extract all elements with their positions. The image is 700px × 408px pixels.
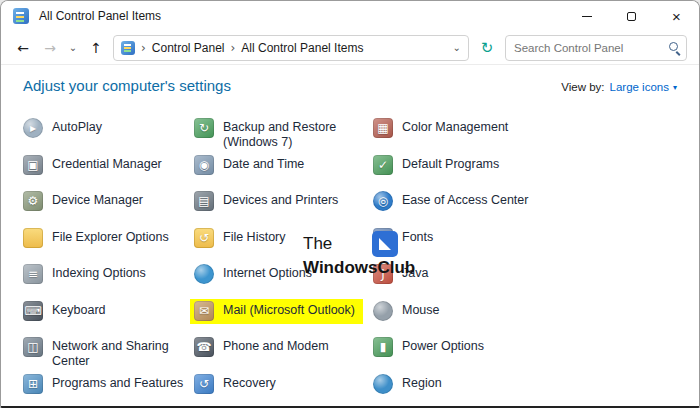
java-icon: J	[373, 264, 393, 284]
mouse-icon	[373, 301, 393, 321]
item-file-explorer-options[interactable]: File Explorer Options	[19, 226, 177, 251]
breadcrumb-control-panel[interactable]: Control Panel	[152, 41, 225, 55]
item-fonts[interactable]: AFonts	[369, 226, 441, 251]
up-button[interactable]: ↑	[86, 40, 106, 56]
date-time-icon: ◉	[194, 155, 214, 175]
item-default-programs[interactable]: ✓Default Programs	[369, 153, 507, 178]
item-label: AutoPlay	[52, 118, 102, 135]
item-recovery[interactable]: ↺Recovery	[190, 372, 284, 397]
region-icon	[373, 374, 393, 394]
item-label: Phone and Modem	[223, 337, 329, 354]
search-box	[505, 35, 687, 61]
item-label: Programs and Features	[52, 374, 183, 391]
item-java[interactable]: JJava	[369, 262, 436, 287]
item-label: Power Options	[402, 337, 484, 354]
internet-options-icon	[194, 264, 214, 284]
header-row: Adjust your computer's settings View by:…	[23, 77, 677, 94]
item-file-history[interactable]: ↺File History	[190, 226, 294, 251]
item-internet-options[interactable]: Internet Options	[190, 262, 320, 287]
minimize-icon	[582, 16, 592, 17]
indexing-options-icon: ≡	[23, 264, 43, 284]
minimize-button[interactable]	[564, 1, 609, 31]
view-by-value: Large icons	[610, 81, 669, 93]
item-color-management[interactable]: ▦Color Management	[369, 116, 516, 141]
autoplay-icon: ▸	[23, 118, 43, 138]
color-management-icon: ▦	[373, 118, 393, 138]
item-label: Recovery	[223, 374, 276, 391]
search-icon	[668, 41, 682, 55]
close-button[interactable]: ×	[654, 1, 699, 31]
power-options-icon: ▮	[373, 337, 393, 357]
item-label: Ease of Access Center	[402, 191, 528, 208]
item-mouse[interactable]: Mouse	[369, 299, 448, 324]
item-label: Region	[402, 374, 442, 391]
item-label: Internet Options	[223, 264, 312, 281]
view-by-label: View by:	[561, 81, 604, 93]
back-button[interactable]: ←	[13, 40, 33, 56]
item-date-and-time[interactable]: ◉Date and Time	[190, 153, 312, 178]
phone-modem-icon: ☎	[194, 337, 214, 357]
programs-features-icon: ⊞	[23, 374, 43, 394]
item-backup-and-restore-windows-7[interactable]: ↻Backup and Restore (Windows 7)	[190, 116, 373, 153]
view-by-dropdown[interactable]: Large icons ▾	[610, 81, 677, 93]
item-label: Backup and Restore (Windows 7)	[223, 118, 365, 150]
breadcrumb-separator-icon: ›	[141, 41, 146, 55]
address-dropdown-icon[interactable]: ⌄	[453, 42, 461, 53]
item-device-manager[interactable]: ⚙Device Manager	[19, 189, 151, 214]
control-panel-icon	[13, 8, 29, 24]
item-power-options[interactable]: ▮Power Options	[369, 335, 492, 360]
maximize-button[interactable]	[609, 1, 654, 31]
item-autoplay[interactable]: ▸AutoPlay	[19, 116, 110, 141]
item-label: File History	[223, 228, 286, 245]
item-indexing-options[interactable]: ≡Indexing Options	[19, 262, 154, 287]
recovery-icon: ↺	[194, 374, 214, 394]
item-label: Keyboard	[52, 301, 106, 318]
history-chevron-icon[interactable]: ⌄	[67, 42, 79, 53]
fonts-icon: A	[373, 228, 393, 248]
search-input[interactable]	[514, 42, 668, 54]
breadcrumb-all-control-panel-items[interactable]: All Control Panel Items	[241, 41, 363, 55]
file-explorer-options-icon	[23, 228, 43, 248]
item-label: Date and Time	[223, 155, 304, 172]
keyboard-icon: ⌨	[23, 301, 43, 321]
item-ease-of-access-center[interactable]: ◎Ease of Access Center	[369, 189, 536, 214]
item-label: Network and Sharing Center	[52, 337, 186, 369]
window-controls: ×	[564, 1, 699, 31]
credential-manager-icon: ▣	[23, 155, 43, 175]
address-bar[interactable]: › Control Panel › All Control Panel Item…	[113, 35, 469, 61]
item-label: Devices and Printers	[223, 191, 338, 208]
default-programs-icon: ✓	[373, 155, 393, 175]
item-network-and-sharing-center[interactable]: ◫Network and Sharing Center	[19, 335, 194, 372]
device-manager-icon: ⚙	[23, 191, 43, 211]
view-by: View by: Large icons ▾	[561, 81, 677, 93]
ease-of-access-icon: ◎	[373, 191, 393, 211]
devices-printers-icon: ▤	[194, 191, 214, 211]
maximize-icon	[627, 12, 636, 21]
item-label: Mouse	[402, 301, 440, 318]
page-title: Adjust your computer's settings	[23, 77, 231, 94]
navigation-bar: ← → ⌄ ↑ › Control Panel › All Control Pa…	[1, 31, 699, 65]
item-credential-manager[interactable]: ▣Credential Manager	[19, 153, 170, 178]
item-keyboard[interactable]: ⌨Keyboard	[19, 299, 114, 324]
item-phone-and-modem[interactable]: ☎Phone and Modem	[190, 335, 337, 360]
network-sharing-icon: ◫	[23, 337, 43, 357]
mail-icon: ✉	[194, 301, 214, 321]
control-panel-icon	[121, 41, 135, 55]
backup-restore-icon: ↻	[194, 118, 214, 138]
refresh-button[interactable]: ↻	[476, 39, 498, 57]
breadcrumb-separator-icon: ›	[231, 41, 236, 55]
content-area: Adjust your computer's settings View by:…	[1, 65, 699, 407]
item-mail-microsoft-outlook[interactable]: ✉Mail (Microsoft Outlook)	[190, 299, 363, 324]
item-label: Indexing Options	[52, 264, 146, 281]
item-label: File Explorer Options	[52, 228, 169, 245]
item-label: Credential Manager	[52, 155, 162, 172]
titlebar: All Control Panel Items ×	[1, 1, 699, 31]
item-region[interactable]: Region	[369, 372, 450, 397]
item-programs-and-features[interactable]: ⊞Programs and Features	[19, 372, 191, 397]
item-devices-and-printers[interactable]: ▤Devices and Printers	[190, 189, 346, 214]
forward-button[interactable]: →	[40, 40, 60, 56]
item-label: Color Management	[402, 118, 508, 135]
close-icon: ×	[672, 8, 681, 25]
item-label: Mail (Microsoft Outlook)	[223, 301, 355, 318]
window-title: All Control Panel Items	[39, 9, 161, 23]
